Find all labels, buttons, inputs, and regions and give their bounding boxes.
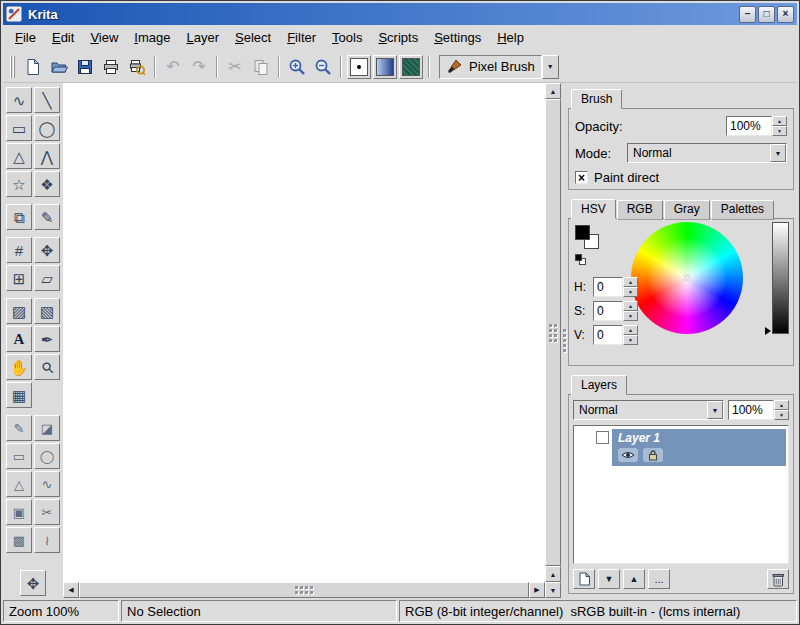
toolbar-grip[interactable] [10, 56, 15, 78]
rectangle-tool[interactable]: ▭ [6, 115, 32, 141]
select-brush-tool[interactable]: ✎ [6, 415, 32, 441]
raise-layer-button[interactable]: ▲ [623, 569, 645, 589]
layer-blend-mode-combobox[interactable]: Normal ▼ [573, 400, 724, 420]
menu-help[interactable]: Help [489, 26, 532, 50]
select-elliptical-tool[interactable]: ◯ [34, 443, 60, 469]
opacity-value[interactable]: 100% [726, 116, 772, 136]
bezier-select-tool[interactable]: ≀ [34, 527, 60, 553]
cut-button[interactable]: ✂ [222, 54, 248, 80]
layer-row[interactable]: Layer 1 [578, 429, 786, 466]
zoom-out-button[interactable] [310, 54, 336, 80]
tab-hsv[interactable]: HSV [571, 199, 616, 219]
value-down-button[interactable]: ▼ [623, 335, 638, 345]
value-value[interactable]: 0 [593, 325, 623, 345]
new-layer-button[interactable] [573, 569, 595, 589]
color-picker-tool[interactable]: ✒ [34, 326, 60, 352]
reset-colors-icon[interactable] [575, 254, 582, 261]
select-rectangular-tool[interactable]: ▭ [6, 443, 32, 469]
grid-tool[interactable]: ▦ [6, 382, 32, 408]
scroll-left-button[interactable]: ◀ [63, 582, 79, 598]
menu-filter[interactable]: Filter [279, 26, 324, 50]
ellipse-tool[interactable]: ◯ [34, 115, 60, 141]
vertical-scrollbar[interactable]: ▲ ▲ ▼ [545, 83, 561, 598]
brush-shape-button[interactable] [347, 55, 371, 79]
horizontal-scrollbar-thumb[interactable] [79, 582, 529, 598]
scroll-up-button-bottom[interactable]: ▲ [545, 566, 561, 582]
fill-tool[interactable]: ▨ [6, 298, 32, 324]
freehand-tool[interactable]: ∿ [6, 87, 32, 113]
gradient-tool[interactable]: ▧ [34, 298, 60, 324]
tab-layers[interactable]: Layers [571, 375, 627, 395]
close-button[interactable]: × [777, 6, 794, 23]
brush-selector-dropdown-button[interactable]: ▼ [542, 55, 559, 79]
line-tool[interactable]: ╲ [34, 87, 60, 113]
menu-tools[interactable]: Tools [324, 26, 370, 50]
zoom-in-button[interactable] [284, 54, 310, 80]
gradient-swatch-button[interactable] [373, 55, 397, 79]
maximize-button[interactable]: □ [758, 6, 775, 23]
tab-gray[interactable]: Gray [664, 200, 710, 220]
delete-layer-button[interactable] [767, 569, 789, 589]
pattern-swatch-button[interactable] [399, 55, 423, 79]
hue-down-button[interactable]: ▼ [623, 287, 638, 297]
menu-view[interactable]: View [82, 26, 126, 50]
move-canvas-tool[interactable]: ✥ [20, 570, 46, 596]
pattern-tool[interactable]: ❖ [34, 171, 60, 197]
layer-lock-toggle[interactable] [643, 448, 663, 462]
menu-edit[interactable]: Edit [44, 26, 82, 50]
select-contiguous-tool[interactable]: ▣ [6, 499, 32, 525]
polyline-tool[interactable]: ⋀ [34, 143, 60, 169]
shear-tool[interactable]: ▱ [34, 265, 60, 291]
zoom-tool[interactable]: ⚲ [34, 354, 60, 380]
crop-tool[interactable]: # [6, 237, 32, 263]
select-magnetic-tool[interactable]: ✂ [34, 499, 60, 525]
layer-visibility-toggle[interactable] [618, 448, 638, 462]
scroll-down-button[interactable]: ▼ [545, 582, 561, 598]
horizontal-scrollbar[interactable]: ◀ ▶ [63, 582, 545, 598]
scroll-up-button[interactable]: ▲ [545, 83, 561, 99]
star-tool[interactable]: ☆ [6, 171, 32, 197]
polygon-tool[interactable]: △ [6, 143, 32, 169]
layer-opacity-down-button[interactable]: ▼ [774, 410, 789, 420]
menu-scripts[interactable]: Scripts [370, 26, 426, 50]
value-gradient-bar[interactable] [772, 222, 789, 334]
value-up-button[interactable]: ▲ [623, 325, 638, 335]
text-tool[interactable]: A [6, 326, 32, 352]
paint-mode-combobox[interactable]: Normal ▼ [627, 143, 787, 163]
paint-direct-checkbox[interactable]: × [575, 171, 588, 184]
print-button[interactable] [98, 54, 124, 80]
tab-palettes[interactable]: Palettes [711, 200, 774, 220]
move-tool[interactable]: ✥ [34, 237, 60, 263]
transform-tool[interactable]: ⊞ [6, 265, 32, 291]
menu-image[interactable]: Image [126, 26, 178, 50]
tab-rgb[interactable]: RGB [617, 200, 663, 220]
value-marker-icon[interactable] [765, 327, 771, 335]
select-eraser-tool[interactable]: ◪ [34, 415, 60, 441]
saturation-up-button[interactable]: ▲ [623, 301, 638, 311]
lower-layer-button[interactable]: ▼ [598, 569, 620, 589]
select-polygonal-tool[interactable]: △ [6, 471, 32, 497]
saturation-value[interactable]: 0 [593, 301, 623, 321]
paintbrush-tool[interactable]: ✎ [34, 204, 60, 230]
tab-brush[interactable]: Brush [571, 89, 622, 109]
select-outline-tool[interactable]: ∿ [34, 471, 60, 497]
menu-select[interactable]: Select [227, 26, 279, 50]
hsv-color-wheel[interactable]: × [631, 222, 743, 334]
foreground-color-swatch[interactable] [575, 225, 590, 240]
saturation-down-button[interactable]: ▼ [623, 311, 638, 321]
save-button[interactable] [72, 54, 98, 80]
vertical-scrollbar-thumb[interactable] [545, 99, 561, 566]
new-document-button[interactable] [20, 54, 46, 80]
scroll-right-button[interactable]: ▶ [529, 582, 545, 598]
select-similar-tool[interactable]: ▩ [6, 527, 32, 553]
undo-button[interactable]: ↶ [160, 54, 186, 80]
minimize-button[interactable]: – [739, 6, 756, 23]
foreground-background-swatches[interactable] [575, 225, 611, 269]
canvas[interactable] [63, 83, 545, 582]
opacity-up-button[interactable]: ▲ [772, 116, 787, 126]
print-preview-button[interactable] [124, 54, 150, 80]
menu-file[interactable]: File [7, 26, 44, 50]
copy-button[interactable] [248, 54, 274, 80]
layer-opacity-up-button[interactable]: ▲ [774, 400, 789, 410]
redo-button[interactable]: ↷ [186, 54, 212, 80]
